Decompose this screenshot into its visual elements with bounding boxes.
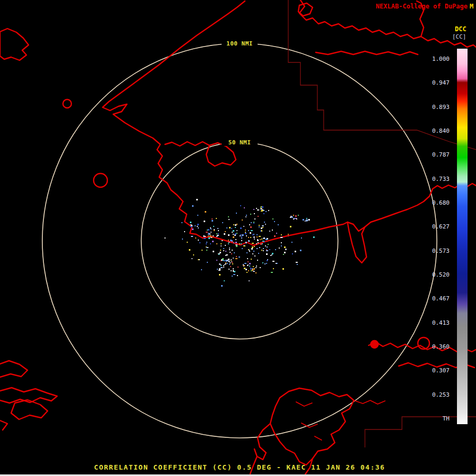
echo-pixel xyxy=(219,252,221,253)
echo-pixel xyxy=(267,259,268,260)
echo-pixel xyxy=(206,243,207,244)
echo-pixel xyxy=(260,207,261,208)
echo-pixel xyxy=(198,259,199,260)
range-ring-labels: 100 NMI50 NMI xyxy=(222,40,258,146)
echo-pixel xyxy=(288,235,289,236)
echo-pixel xyxy=(216,243,217,244)
echo-pixel xyxy=(244,263,246,264)
echo-pixel xyxy=(235,239,236,240)
radar-display: 100 NMI50 NMI NEXLAB-College of DuPage M… xyxy=(0,0,476,476)
echo-pixel xyxy=(246,235,247,236)
echo-pixel xyxy=(207,230,208,231)
echo-pixel xyxy=(212,218,213,219)
island-complex-appendage xyxy=(254,424,270,460)
island-north xyxy=(298,3,313,16)
echo-pixel xyxy=(263,213,264,214)
echo-pixel xyxy=(201,269,202,270)
echo-pixel xyxy=(250,226,252,228)
colorbar-units: [CC] xyxy=(452,33,466,40)
echo-pixel xyxy=(235,242,237,243)
echo-pixel xyxy=(228,219,230,220)
echo-pixel xyxy=(295,251,296,252)
echo-pixel xyxy=(272,218,273,219)
echo-pixel xyxy=(256,266,257,267)
echo-pixel xyxy=(274,221,275,222)
echo-pixel xyxy=(234,252,235,253)
coastline-sw-corner xyxy=(0,420,7,430)
echo-pixel xyxy=(255,272,257,273)
echo-pixel xyxy=(250,268,251,269)
colorbar-tick-0.627: 0.627 xyxy=(432,224,450,230)
echo-pixel xyxy=(242,219,243,221)
echo-pixel xyxy=(212,241,214,242)
echo-pixel xyxy=(273,268,274,269)
echo-pixel xyxy=(259,225,260,226)
echo-pixel xyxy=(190,224,191,225)
echo-pixel xyxy=(233,224,234,225)
echo-pixel xyxy=(269,231,270,232)
echo-pixel xyxy=(244,207,245,208)
echo-pixel xyxy=(251,270,252,271)
echo-pixel xyxy=(236,213,237,214)
echo-pixel xyxy=(246,252,248,253)
echo-pixel xyxy=(236,245,237,247)
echo-pixel xyxy=(223,248,224,249)
echo-pixel xyxy=(216,233,217,234)
echo-pixel xyxy=(198,240,199,241)
echo-pixel xyxy=(277,263,278,264)
echo-pixel xyxy=(217,269,218,270)
colorbar-tick-0.733: 0.733 xyxy=(432,176,450,182)
echo-pixel xyxy=(264,222,265,223)
echo-pixel xyxy=(232,241,233,242)
echo-pixel xyxy=(281,234,282,235)
echo-pixel xyxy=(279,248,280,249)
echo-pixel xyxy=(250,269,251,270)
echo-pixel xyxy=(303,219,304,221)
echo-pixel xyxy=(260,243,262,245)
echo-pixel xyxy=(233,271,234,272)
echo-pixel xyxy=(233,268,234,269)
echo-pixel xyxy=(191,226,192,227)
colorbar-tick-0.787: 0.787 xyxy=(432,152,450,158)
range-ring-100-nmi xyxy=(42,43,437,438)
echo-pixel xyxy=(253,223,254,224)
echo-pixel xyxy=(241,236,242,237)
colorbar-title: DCC xyxy=(455,25,466,33)
echo-pixel xyxy=(267,260,268,261)
echo-pixel xyxy=(229,227,231,228)
radar-echoes xyxy=(164,199,315,287)
echo-pixel xyxy=(241,240,242,241)
echo-pixel xyxy=(265,224,266,225)
echo-pixel xyxy=(257,236,258,237)
echo-pixel xyxy=(248,261,249,262)
colorbar-tick-0.360: 0.360 xyxy=(432,344,450,350)
echo-pixel xyxy=(225,251,226,252)
echo-pixel xyxy=(228,269,230,270)
echo-pixel xyxy=(253,236,255,238)
echo-pixel xyxy=(232,276,233,277)
echo-pixel xyxy=(243,264,244,265)
echo-pixel xyxy=(243,266,244,267)
echo-pixel xyxy=(192,228,194,230)
echo-pixel xyxy=(266,249,267,250)
echo-pixel xyxy=(199,242,200,243)
echo-pixel xyxy=(231,270,232,271)
echo-pixel xyxy=(232,232,233,233)
echo-pixel xyxy=(249,280,250,281)
colorbar-tick-0.680: 0.680 xyxy=(432,200,450,206)
colorbar-tick-0.840: 0.840 xyxy=(432,128,450,134)
echo-pixel xyxy=(208,233,209,234)
echo-pixel xyxy=(214,229,215,230)
echo-pixel xyxy=(283,254,284,255)
echo-pixel xyxy=(257,260,258,261)
echo-pixel xyxy=(233,258,234,259)
echo-pixel xyxy=(298,215,299,216)
echo-pixel xyxy=(247,265,248,266)
echo-pixel xyxy=(226,227,227,228)
echo-pixel xyxy=(233,274,235,275)
colorbar-tick-0.947: 0.947 xyxy=(432,80,450,86)
echo-pixel xyxy=(262,225,263,226)
echo-pixel xyxy=(260,231,261,232)
echo-pixel xyxy=(240,227,242,229)
echo-pixel xyxy=(206,247,207,248)
